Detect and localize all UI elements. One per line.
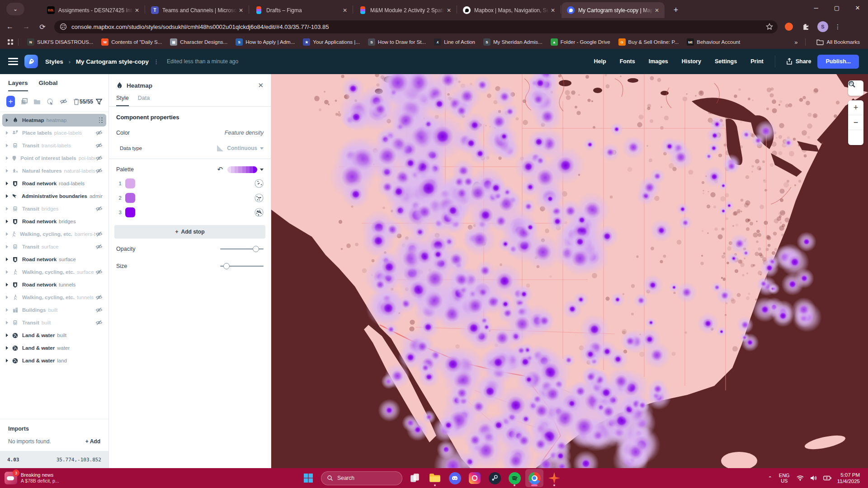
opacity-slider[interactable] (220, 246, 264, 252)
density-icon[interactable] (255, 179, 264, 188)
forward-button[interactable]: → (20, 20, 33, 33)
zoom-in-button[interactable]: + (848, 100, 863, 115)
new-tab-button[interactable]: + (670, 4, 682, 16)
layer-row-road-labels[interactable]: Road networkroad-labels (2, 177, 106, 190)
discord-taskbar-icon[interactable] (446, 469, 464, 487)
mapbox-logo[interactable] (24, 55, 38, 68)
tab-style[interactable]: Style (116, 95, 129, 106)
layer-row-land[interactable]: Land & waterland (2, 354, 106, 367)
expand-caret-icon[interactable] (6, 245, 8, 249)
bookmark-star-icon[interactable] (766, 23, 773, 30)
stop-color-swatch[interactable] (125, 207, 135, 217)
imports-add-button[interactable]: + Add (85, 438, 100, 445)
chrome-taskbar-icon[interactable] (525, 469, 543, 487)
back-button[interactable]: ← (4, 20, 16, 33)
layer-hidden-eye-icon[interactable] (95, 231, 103, 237)
layer-row-built[interactable]: Buildingsbuilt (2, 304, 106, 316)
bookmark-item[interactable]: ʎLine of Action (434, 38, 475, 46)
add-stop-button[interactable]: +Add stop (114, 225, 265, 239)
header-nav-help[interactable]: Help (594, 58, 606, 65)
expand-caret-icon[interactable] (6, 258, 8, 261)
layer-row-surface[interactable]: Transitsurface (2, 240, 106, 253)
tab-search-button[interactable]: ⌄ (6, 3, 24, 15)
bookmark-item[interactable]: ▣Character Designs... (170, 38, 227, 46)
map-canvas[interactable]: + − (271, 74, 868, 468)
expand-caret-icon[interactable] (6, 232, 8, 236)
header-nav-history[interactable]: History (682, 58, 701, 65)
volume-icon[interactable] (810, 475, 817, 481)
layer-hidden-eye-icon[interactable] (95, 130, 103, 136)
extensions-puzzle-icon[interactable] (800, 22, 810, 32)
expand-caret-icon[interactable] (6, 308, 8, 312)
extension-icon[interactable] (784, 22, 794, 32)
compass-reset-button[interactable] (848, 130, 863, 145)
layer-row-tunnels[interactable]: Walking, cycling, etc.tunnels (2, 291, 106, 304)
layer-hidden-eye-icon[interactable] (95, 269, 103, 275)
palette-chevron-icon[interactable] (260, 169, 264, 171)
stop-color-swatch[interactable] (125, 193, 135, 203)
bookmarks-overflow-chevron[interactable]: » (794, 39, 797, 46)
layer-row-bridges[interactable]: Road networkbridges (2, 215, 106, 228)
expand-caret-icon[interactable] (6, 207, 8, 211)
close-panel-icon[interactable]: ✕ (258, 81, 264, 89)
layer-hidden-eye-icon[interactable] (95, 319, 103, 326)
file-explorer-taskbar-icon[interactable] (426, 469, 444, 487)
battery-icon[interactable] (823, 476, 831, 480)
bookmark-item[interactable]: GBuy & Sell Online: P... (618, 38, 679, 46)
bookmark-item[interactable]: SHow to Apply | Adm... (236, 38, 295, 46)
expand-caret-icon[interactable] (6, 333, 8, 337)
expand-caret-icon[interactable] (6, 321, 8, 324)
layer-hidden-eye-icon[interactable] (95, 307, 103, 313)
expand-caret-icon[interactable] (6, 131, 8, 135)
layer-hidden-eye-icon[interactable] (95, 206, 103, 212)
layer-row-built[interactable]: Transitbuilt (2, 316, 106, 329)
url-bar[interactable]: console.mapbox.com/studio/styles/sodsukh… (54, 20, 778, 33)
site-info-icon[interactable] (60, 23, 67, 30)
style-name[interactable]: My Cartogram style-copy (76, 58, 149, 65)
start-button[interactable] (299, 469, 317, 487)
tab-layers[interactable]: Layers (8, 80, 28, 91)
expand-caret-icon[interactable] (6, 220, 8, 223)
bookmark-item[interactable]: SMy Sheridan Admis... (483, 38, 542, 46)
expand-caret-icon[interactable] (6, 296, 8, 299)
expand-caret-icon[interactable] (6, 270, 8, 274)
layer-hidden-eye-icon[interactable] (95, 155, 103, 161)
bookmark-item[interactable]: ★Your Applications |... (303, 38, 360, 46)
expand-caret-icon[interactable] (6, 283, 8, 286)
bookmark-item[interactable]: bEBehaviour Account (687, 38, 740, 46)
share-button[interactable]: Share (786, 58, 811, 65)
expand-caret-icon[interactable] (6, 346, 8, 350)
reload-button[interactable]: ⟳ (36, 20, 49, 33)
task-view-taskbar-icon[interactable] (406, 469, 424, 487)
tab-close-icon[interactable]: ✕ (237, 6, 245, 14)
palette-gradient-swatch[interactable] (227, 166, 257, 173)
design-app-taskbar-icon[interactable] (545, 469, 563, 487)
breadcrumb-styles-link[interactable]: Styles (45, 58, 63, 65)
clock[interactable]: 5:07 PM 11/4/2025 (837, 472, 860, 484)
group-layers-folder-icon[interactable] (33, 99, 41, 105)
window-minimize-button[interactable]: ─ (806, 0, 826, 15)
expand-caret-icon[interactable] (6, 144, 8, 147)
browser-tab[interactable]: D2LAssignments - DESN27425 Inte✕ (42, 2, 145, 18)
duplicate-layer-icon[interactable] (21, 98, 28, 105)
bookmark-item[interactable]: WContents of "Daily S... (101, 38, 162, 46)
expand-caret-icon[interactable] (6, 156, 8, 160)
layer-row-place-labels[interactable]: Place labelsplace-labels (2, 127, 106, 139)
tray-chevron-icon[interactable]: ⌃ (768, 475, 772, 481)
browser-tab[interactable]: My Cartogram style-copy | Map✕ (561, 2, 665, 18)
language-indicator[interactable]: ENG US (779, 473, 790, 483)
browser-tab[interactable]: Mapbox | Maps, Navigation, Se✕ (458, 2, 561, 18)
expand-caret-icon[interactable] (6, 194, 8, 198)
news-widget[interactable]: 3 Breaking news A $78B deficit, p... (5, 472, 113, 484)
instagram-taskbar-icon[interactable] (466, 469, 484, 487)
layer-row-transit-labels[interactable]: Transittransit-labels (2, 139, 106, 152)
bookmark-item[interactable]: ▲Folder - Google Drive (551, 38, 610, 46)
layer-hidden-eye-icon[interactable] (95, 294, 103, 300)
tab-close-icon[interactable]: ✕ (653, 6, 661, 14)
layer-row-poi-labels[interactable]: Point of interest labelspoi-labels (2, 152, 106, 164)
bookmark-item[interactable]: NSUKI'S DISASTROUS... (27, 38, 93, 46)
spotify-taskbar-icon[interactable] (505, 469, 524, 487)
tab-global[interactable]: Global (39, 80, 58, 91)
window-close-button[interactable]: ✕ (847, 0, 868, 15)
header-nav-print[interactable]: Print (750, 58, 763, 65)
